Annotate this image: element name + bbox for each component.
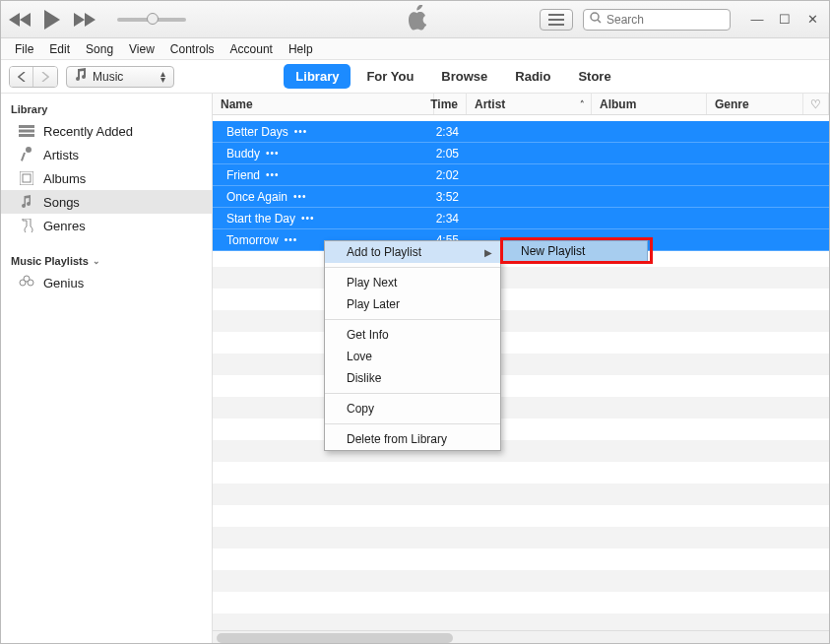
- tab-store[interactable]: Store: [566, 64, 622, 89]
- col-time[interactable]: Time: [434, 94, 467, 114]
- apple-logo-icon: [405, 5, 426, 33]
- ctx-play-next[interactable]: Play Next: [325, 272, 500, 293]
- nav-row: Music ▴▾ Library For You Browse Radio St…: [1, 60, 829, 94]
- sidebar-item-songs[interactable]: Songs: [1, 190, 212, 214]
- col-artist[interactable]: Artist˄: [467, 94, 592, 114]
- svg-point-11: [24, 276, 30, 282]
- sidebar: Library Recently Added Artists Albums So…: [1, 94, 213, 644]
- list-view-button[interactable]: [540, 9, 573, 31]
- submenu-arrow-icon: ▶: [484, 247, 492, 258]
- source-label: Music: [93, 70, 123, 84]
- nav-forward-button[interactable]: [33, 67, 57, 87]
- menu-controls[interactable]: Controls: [164, 40, 221, 58]
- volume-slider[interactable]: [117, 18, 186, 22]
- tab-radio[interactable]: Radio: [503, 64, 562, 89]
- window-close-button[interactable]: ✕: [803, 13, 821, 27]
- window-minimize-button[interactable]: —: [748, 13, 766, 27]
- more-icon[interactable]: •••: [266, 148, 280, 159]
- tab-for-you[interactable]: For You: [354, 64, 425, 89]
- microphone-icon: [19, 147, 34, 162]
- menu-account[interactable]: Account: [224, 40, 279, 58]
- sort-asc-icon: ˄: [580, 99, 585, 109]
- sidebar-item-label: Genres: [43, 219, 86, 233]
- more-icon[interactable]: •••: [293, 191, 307, 202]
- col-genre[interactable]: Genre: [707, 94, 803, 114]
- svg-rect-7: [20, 171, 33, 185]
- sidebar-item-artists[interactable]: Artists: [1, 143, 212, 166]
- ctx-copy[interactable]: Copy: [325, 398, 500, 419]
- menu-bar: File Edit Song View Controls Account Hel…: [1, 38, 829, 60]
- search-field[interactable]: [583, 9, 731, 31]
- svg-rect-2: [19, 125, 34, 128]
- horizontal-scrollbar[interactable]: [213, 630, 829, 644]
- songs-list: Better Days••• 2:34 Buddy••• 2:05 Friend…: [213, 115, 829, 644]
- svg-rect-6: [21, 153, 26, 161]
- sidebar-item-label: Genius: [43, 276, 84, 290]
- ctx-add-to-playlist[interactable]: Add to Playlist ▶: [325, 241, 500, 263]
- sidebar-item-albums[interactable]: Albums: [1, 166, 212, 190]
- svg-point-5: [26, 147, 32, 153]
- chevron-down-icon: ⌄: [93, 256, 100, 266]
- song-row[interactable]: Better Days••• 2:34: [213, 121, 829, 143]
- window-maximize-button[interactable]: ☐: [776, 13, 794, 27]
- content-area: Name Time Artist˄ Album Genre ♡ Better D…: [213, 94, 829, 644]
- player-toolbar: — ☐ ✕: [1, 1, 829, 38]
- ctx-dislike[interactable]: Dislike: [325, 367, 500, 389]
- menu-song[interactable]: Song: [80, 40, 119, 58]
- play-button[interactable]: [42, 9, 62, 31]
- search-icon: [590, 12, 602, 27]
- more-icon[interactable]: •••: [301, 213, 315, 224]
- more-icon[interactable]: •••: [294, 126, 308, 137]
- tab-library[interactable]: Library: [284, 64, 351, 89]
- col-album[interactable]: Album: [592, 94, 707, 114]
- song-row[interactable]: Start the Day••• 2:34: [213, 208, 829, 229]
- svg-point-0: [591, 13, 599, 21]
- updown-icon: ▴▾: [160, 71, 165, 83]
- sidebar-item-genres[interactable]: Genres: [1, 214, 212, 237]
- song-row[interactable]: Buddy••• 2:05: [213, 143, 829, 164]
- search-input[interactable]: [607, 13, 724, 27]
- song-row[interactable]: Once Again••• 3:52: [213, 186, 829, 208]
- tab-browse[interactable]: Browse: [429, 64, 499, 89]
- sidebar-heading-library: Library: [1, 99, 212, 119]
- ctx-separator: [325, 319, 500, 320]
- col-name[interactable]: Name: [213, 94, 434, 114]
- recent-icon: [19, 123, 34, 139]
- menu-file[interactable]: File: [9, 40, 39, 58]
- svg-line-1: [598, 20, 601, 23]
- genre-icon: [19, 218, 34, 233]
- sidebar-item-label: Artists: [43, 148, 79, 162]
- genius-icon: [19, 275, 34, 290]
- album-icon: [19, 170, 34, 186]
- menu-edit[interactable]: Edit: [43, 40, 76, 58]
- svg-rect-8: [23, 174, 31, 182]
- sidebar-item-recently-added[interactable]: Recently Added: [1, 119, 212, 143]
- menu-help[interactable]: Help: [283, 40, 319, 58]
- ctx-get-info[interactable]: Get Info: [325, 324, 500, 346]
- song-row[interactable]: Friend••• 2:02: [213, 164, 829, 186]
- more-icon[interactable]: •••: [285, 234, 298, 245]
- ctx-separator: [325, 423, 500, 424]
- heart-icon: ♡: [810, 97, 821, 111]
- ctx-new-playlist[interactable]: New Playlist: [500, 240, 648, 262]
- menu-view[interactable]: View: [123, 40, 160, 58]
- ctx-delete-from-library[interactable]: Delete from Library: [325, 428, 500, 450]
- sidebar-item-label: Recently Added: [43, 124, 133, 139]
- previous-track-button[interactable]: [9, 12, 32, 28]
- sidebar-item-label: Songs: [43, 195, 80, 210]
- svg-rect-3: [19, 130, 34, 133]
- sidebar-heading-playlists[interactable]: Music Playlists ⌄: [1, 251, 212, 271]
- music-note-icon: [75, 68, 87, 85]
- source-selector[interactable]: Music ▴▾: [66, 66, 174, 88]
- ctx-separator: [325, 393, 500, 394]
- more-icon[interactable]: •••: [266, 169, 280, 180]
- context-menu: Add to Playlist ▶ Play Next Play Later G…: [324, 240, 501, 451]
- sidebar-item-genius[interactable]: Genius: [1, 271, 212, 294]
- ctx-love[interactable]: Love: [325, 346, 500, 367]
- ctx-separator: [325, 267, 500, 268]
- svg-rect-4: [19, 134, 34, 137]
- ctx-play-later[interactable]: Play Later: [325, 293, 500, 315]
- next-track-button[interactable]: [72, 12, 96, 28]
- nav-back-button[interactable]: [10, 67, 33, 87]
- col-love[interactable]: ♡: [803, 94, 829, 114]
